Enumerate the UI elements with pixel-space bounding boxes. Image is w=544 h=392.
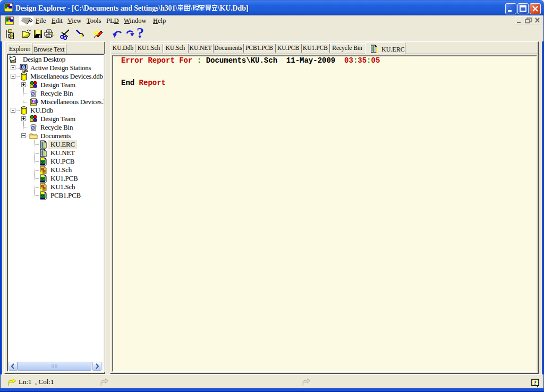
svg-text:?: ? <box>534 379 537 386</box>
svg-text:01: 01 <box>34 100 38 104</box>
